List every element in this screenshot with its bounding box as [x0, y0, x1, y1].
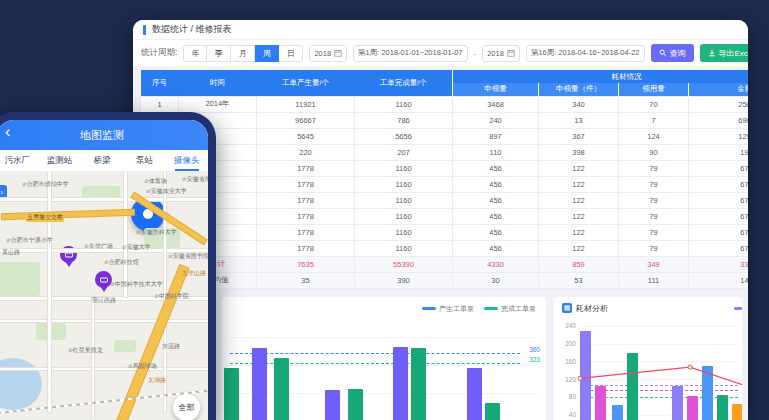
average-row: 平均值35390305311114: [141, 272, 749, 288]
query-button[interactable]: 查询: [651, 44, 694, 62]
table-cell: 690: [689, 112, 749, 128]
table-row: 42202071103989019: [141, 144, 749, 160]
table-cell: 2014年: [179, 96, 257, 112]
period-option-年[interactable]: 年: [183, 45, 207, 62]
table-row: 7177811604561227967: [141, 192, 749, 208]
legend-dash: [484, 307, 498, 310]
table-cell: 7: [619, 112, 689, 128]
table-cell: 349: [619, 256, 689, 272]
table-cell: 1778: [257, 176, 355, 192]
table-cell: 67: [689, 240, 749, 256]
table-cell: 7635: [257, 256, 355, 272]
period-option-季[interactable]: 季: [207, 45, 231, 62]
table-cell: 456: [453, 176, 539, 192]
sub-column-header: 领用量: [619, 83, 689, 96]
table-cell: 340: [539, 96, 619, 112]
map-label: ⊙中国科学技术大学: [110, 280, 163, 289]
workorder-chart-legend: 产生工单量完成工单量: [422, 304, 536, 314]
map-label: ⊙中国科学院: [154, 292, 189, 301]
table-cell: 53: [539, 272, 619, 288]
legend-item: 产生工单量: [422, 304, 474, 314]
week-range-start-input[interactable]: 第1周: 2018-01-01~2018-01-07: [353, 45, 467, 62]
phone-tab-污水厂[interactable]: 污水厂: [0, 150, 38, 171]
show-all-button[interactable]: 全部: [173, 394, 200, 420]
chart-bar-完成工单量: [411, 348, 426, 420]
table-cell: 1778: [257, 240, 355, 256]
map-green-area: [0, 262, 40, 296]
table-cell: 398: [539, 144, 619, 160]
table-cell: 5656: [355, 128, 453, 144]
chart-bar-产生工单量: [393, 347, 408, 420]
table-row: 10177811604561227967: [141, 240, 749, 256]
table-cell: 456: [453, 192, 539, 208]
table-cell: 1: [141, 96, 179, 112]
period-option-日[interactable]: 日: [279, 45, 303, 62]
phone-tab-摄像头[interactable]: 摄像头: [166, 150, 208, 171]
map-label: ⊙风园球场: [128, 362, 157, 371]
chart-bar-完成工单量: [274, 358, 289, 420]
map-road: [48, 172, 51, 412]
table-cell: 1778: [257, 192, 355, 208]
table-row: 356455656897367124129: [141, 128, 749, 144]
column-header: 工单完成量/个: [355, 70, 453, 96]
period-label: 统计周期:: [141, 47, 177, 59]
table-cell: 122: [539, 160, 619, 176]
table-cell: 4330: [453, 256, 539, 272]
map-label: ⊙阜华广场: [84, 242, 113, 251]
table-cell: 207: [355, 144, 453, 160]
table-cell: 79: [619, 240, 689, 256]
table-cell: 1160: [355, 224, 453, 240]
search-icon: [659, 49, 667, 57]
map-water: [0, 358, 42, 410]
camera-icon: [100, 277, 108, 282]
table-cell: 122: [539, 240, 619, 256]
period-option-月[interactable]: 月: [231, 45, 255, 62]
table-cell: 220: [257, 144, 355, 160]
back-chevron-icon[interactable]: ‹: [5, 123, 10, 141]
week-range-end-input[interactable]: 第16周: 2018-04-16~2018-04-22: [526, 45, 645, 62]
period-option-周[interactable]: 周: [255, 45, 279, 62]
total-row: 合计763555390433085934933: [141, 256, 749, 272]
table-cell: 3468: [453, 96, 539, 112]
table-row: 9177811604561227967: [141, 224, 749, 240]
trend-line: [554, 297, 742, 420]
year-start-select[interactable]: 2018: [309, 45, 347, 62]
phone-tab-桥梁[interactable]: 桥梁: [81, 150, 123, 171]
column-header: 工单产生量/个: [257, 70, 355, 96]
table-cell: 30: [453, 272, 539, 288]
map-label: 望江西路: [92, 296, 116, 305]
map-green-area: [36, 322, 66, 340]
table-row: 296667786240137690: [141, 112, 749, 128]
phone-tab-监测站[interactable]: 监测站: [38, 150, 80, 171]
phone-tab-泵站[interactable]: 泵站: [123, 150, 165, 171]
table-cell: 14: [689, 272, 749, 288]
export-excel-button[interactable]: 导出Excel: [700, 44, 749, 62]
table-cell: 11921: [257, 96, 355, 112]
table-cell: 19: [689, 144, 749, 160]
report-table-container: 序号时间工单产生量/个工单完成量/个耗材情况申领量申领量（件）领用量金额 120…: [140, 70, 748, 289]
table-cell: 1160: [355, 160, 453, 176]
table-cell: 390: [355, 272, 453, 288]
calendar-icon: [334, 49, 342, 57]
map-label: ⊙安徽农业大学: [146, 187, 187, 196]
table-cell: 1778: [257, 160, 355, 176]
year-end-select[interactable]: 2018: [482, 45, 520, 62]
table-cell: 70: [619, 96, 689, 112]
phone-tab-bar: 污水厂监测站桥梁泵站摄像头: [0, 150, 208, 172]
table-cell: 1160: [355, 96, 453, 112]
chart-bar-完成工单量: [224, 368, 239, 420]
table-cell: 1778: [257, 208, 355, 224]
map-label: 太湖路: [148, 376, 166, 385]
camera-icon: [65, 252, 73, 257]
breadcrumb: 数据统计 / 维修报表: [152, 23, 232, 36]
table-cell: 250: [689, 96, 749, 112]
map-highway: [2, 210, 134, 220]
map-area[interactable]: › 全部 ⊙合肥市琥珀中学⊙体育场⊙安徽农业大学⊙安徽省博物馆五里墩立交桥⊙合肥…: [0, 172, 208, 420]
table-cell: 96667: [257, 112, 355, 128]
table-cell: 35: [257, 272, 355, 288]
table-cell: 1160: [355, 240, 453, 256]
breadcrumb-bar: 数据统计 / 维修报表: [133, 20, 748, 40]
range-separator: -: [474, 49, 477, 58]
map-label: ⊙安徽省博物馆: [182, 175, 208, 184]
table-cell: 67: [689, 192, 749, 208]
